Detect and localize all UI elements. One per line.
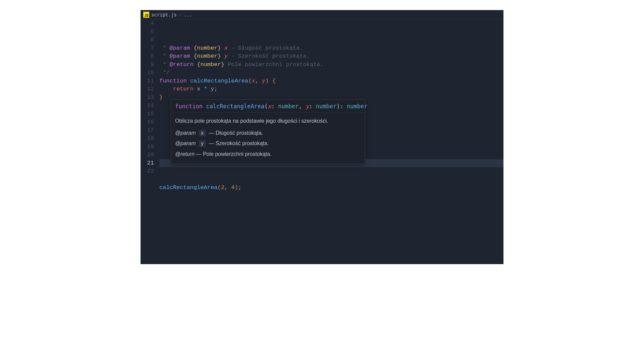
- line-number: 20: [141, 151, 154, 159]
- code-editor-window: JS script.js › ... 456789101112131415161…: [141, 10, 503, 264]
- line-number: 18: [141, 134, 154, 143]
- js-file-icon: JS: [143, 12, 149, 18]
- line-number-gutter: 45678910111213141516171819202122: [141, 19, 159, 200]
- line-number: 5: [141, 28, 154, 36]
- line-number: 16: [141, 118, 154, 126]
- code-line[interactable]: [159, 192, 503, 200]
- line-number: 17: [141, 126, 154, 135]
- breadcrumb-filename: script.js: [151, 12, 177, 17]
- tooltip-body: Oblicza pole prostokąta na podstawie jeg…: [171, 113, 365, 164]
- line-number: 4: [141, 19, 154, 28]
- line-number: 22: [141, 167, 154, 176]
- line-number: 14: [141, 102, 154, 110]
- line-number: 15: [141, 110, 154, 118]
- line-number: 11: [141, 77, 154, 85]
- code-line[interactable]: */: [159, 69, 503, 77]
- line-number: 8: [141, 52, 154, 61]
- line-number: 12: [141, 85, 154, 94]
- hover-documentation-tooltip[interactable]: function calcRectangleArea(x: number, y:…: [171, 99, 365, 164]
- code-line[interactable]: * @param {number} x - Długość prostokąta…: [159, 44, 503, 53]
- line-number: 6: [141, 36, 154, 44]
- code-line[interactable]: calcRectangleArea(2, 4);: [159, 184, 503, 192]
- chevron-right-icon: ›: [179, 12, 181, 17]
- code-line[interactable]: [159, 167, 503, 176]
- code-line[interactable]: return x * y;: [159, 85, 503, 94]
- breadcrumb-rest: ...: [183, 12, 192, 17]
- code-line[interactable]: * @param {number} y - Szerokość prostoką…: [159, 52, 503, 61]
- line-number: 13: [141, 94, 154, 102]
- line-number: 7: [141, 44, 154, 53]
- line-number: 9: [141, 61, 154, 69]
- line-number: 19: [141, 143, 154, 151]
- code-area[interactable]: 45678910111213141516171819202122 * @para…: [141, 19, 503, 200]
- code-line[interactable]: [159, 176, 503, 184]
- tooltip-signature: function calcRectangleArea(x: number, y:…: [171, 100, 365, 113]
- tooltip-return: @return — Pole powierzchni prostokąta.: [175, 150, 361, 159]
- tooltip-param-y: @param y — Szerokość prostokąta.: [175, 139, 361, 148]
- breadcrumb[interactable]: JS script.js › ...: [141, 10, 503, 19]
- tooltip-param-x: @param x — Długość prostokąta.: [175, 129, 361, 137]
- code-line[interactable]: function calcRectangleArea(x, y) {: [159, 77, 503, 85]
- code-line[interactable]: * @return {number} Pole powierzchni pros…: [159, 61, 503, 69]
- tooltip-description: Oblicza pole prostokąta na podstawie jeg…: [175, 117, 361, 125]
- line-number: 21: [141, 159, 154, 168]
- line-number: 10: [141, 69, 154, 77]
